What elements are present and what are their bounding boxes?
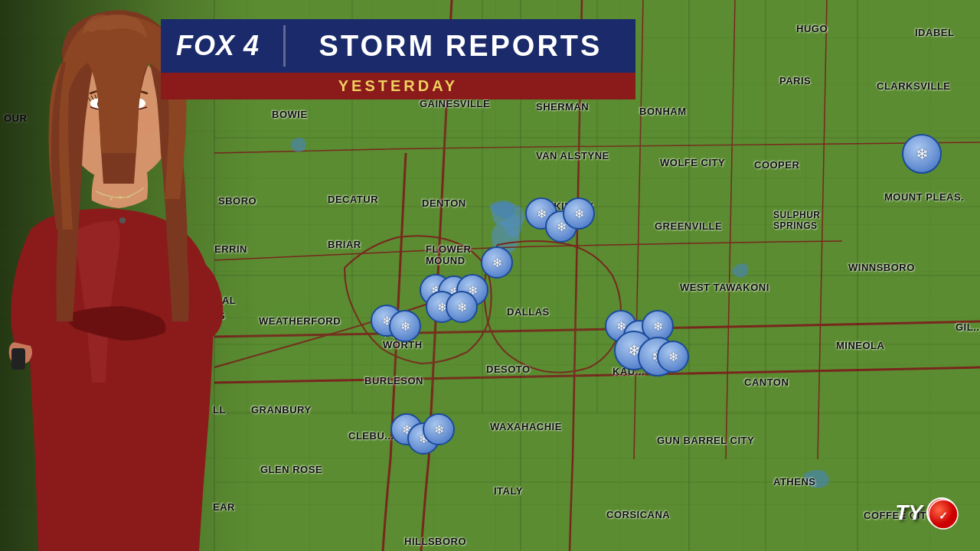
ty-circle-icon: ✓ (926, 497, 957, 528)
fox4-logo: FOX 4 (161, 19, 283, 73)
city-italy: ITALY (494, 485, 523, 497)
yesterday-text: YESTERDAY (338, 77, 458, 95)
city-hillsboro: HILLSBORO (404, 536, 466, 547)
storm-title-text: STORM REPORTS (319, 30, 603, 63)
storm-title-container: STORM REPORTS (286, 19, 635, 73)
banner-bottom: YESTERDAY (161, 73, 635, 99)
storm-icon-5 (481, 246, 513, 279)
banner: FOX 4 STORM REPORTS YESTERDAY (161, 19, 635, 99)
city-flower-mound: FLOWERMOUND (426, 243, 471, 266)
city-decatur: DECATUR (328, 194, 378, 205)
storm-icon-21 (423, 413, 455, 445)
svg-point-6 (110, 198, 113, 201)
city-west-tawakoni: WEST TAWAKONI (680, 282, 769, 293)
city-cleburne: CLEBU... (348, 430, 394, 442)
city-glen-rose: GLEN ROSE (260, 464, 322, 475)
city-athens: ATHENS (773, 476, 815, 487)
city-denton: DENTON (422, 197, 466, 209)
bottom-right-logo: TY ✓ (895, 497, 957, 528)
storm-icon-10 (446, 291, 478, 323)
city-canton: CANTON (744, 377, 789, 388)
city-paris: PARIS (779, 75, 811, 86)
city-bowie: BOWIE (272, 109, 308, 120)
city-cooper: COOPER (754, 159, 799, 171)
city-waxahachie: WAXAHACHIE (490, 421, 562, 432)
storm-icon-4 (563, 197, 595, 230)
city-bonham: BONHAM (639, 106, 687, 117)
city-hugo: HUGO (796, 23, 828, 34)
city-gainesville: GAINESVILLE (420, 98, 490, 109)
city-sulphur-springs: SULPHURSPRINGS (773, 210, 821, 231)
svg-point-5 (119, 196, 122, 199)
city-burleson: BURLESON (364, 375, 423, 386)
svg-point-17 (119, 217, 126, 223)
city-dallas: DALLAS (507, 306, 550, 318)
svg-text:✓: ✓ (939, 510, 948, 522)
ty-text: TY (895, 500, 923, 525)
ty-logo: TY ✓ (895, 497, 957, 528)
city-idabel: IDABEL (915, 27, 954, 38)
city-desoto: DeSoto (486, 364, 531, 375)
fox4-text: FOX 4 (176, 30, 260, 62)
city-greenville: GREENVILLE (655, 220, 722, 232)
storm-icon-18 (657, 341, 689, 373)
city-corsicana: CORSICANA (606, 509, 670, 520)
city-mount-pleasant: MOUNT PLEAS. (884, 191, 964, 203)
svg-point-7 (128, 196, 130, 198)
city-gun-barrel: GUN BARREL CITY (657, 435, 754, 446)
city-van-alstyne: VAN ALSTYNE (536, 150, 609, 161)
city-partial-gil: GIL... (956, 321, 980, 333)
city-briar: BRIAR (328, 239, 361, 250)
storm-icon-12 (389, 310, 421, 342)
city-weatherford: WEATHERFORD (259, 315, 341, 327)
banner-top: FOX 4 STORM REPORTS (161, 19, 635, 73)
city-clarksville: CLARKSVILLE (877, 80, 951, 92)
city-wolfe-city: WOLFE CITY (660, 157, 725, 168)
city-winnsboro: WINNSBORO (848, 262, 915, 273)
city-sherman: SHERMAN (536, 101, 589, 112)
city-mineola: MINEOLA (836, 340, 884, 351)
svg-rect-4 (11, 348, 25, 370)
storm-icon-1 (902, 134, 942, 174)
